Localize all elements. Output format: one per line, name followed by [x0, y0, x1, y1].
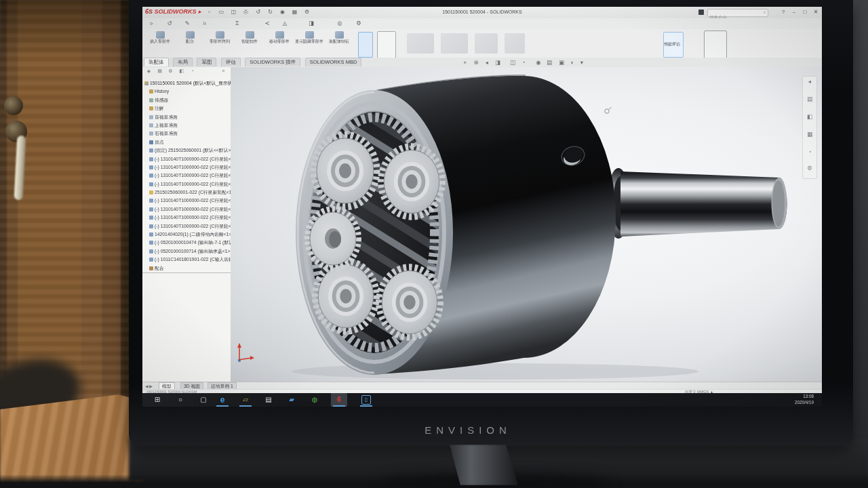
- documents-folder-button[interactable]: ▰: [283, 393, 300, 407]
- mass-properties-icon[interactable]: ◬: [279, 20, 291, 26]
- tree-item-component[interactable]: (-) 1310140T1000000-022 (C行星轮<4>): [142, 180, 231, 188]
- tree-item-root[interactable]: 1501150001 520004 (默认<默认_显示状态-1>): [142, 79, 231, 87]
- cad-app-button[interactable]: ▯: [358, 393, 374, 407]
- hide-show-items-icon[interactable]: ◔: [518, 59, 529, 66]
- design-library-icon[interactable]: ◧: [803, 113, 816, 120]
- tree-item-top-plane[interactable]: 上视基准面: [142, 121, 231, 129]
- appearances-pane-icon[interactable]: ◔: [803, 148, 816, 155]
- featuremanager-tab-icon[interactable]: ◈: [144, 68, 154, 74]
- equations-icon[interactable]: Σ: [231, 20, 243, 26]
- rebuild-icon[interactable]: ◉: [277, 9, 288, 15]
- measure-icon[interactable]: ≺: [261, 20, 273, 26]
- propertymanager-tab-icon[interactable]: ▤: [155, 68, 165, 74]
- tree-item-component[interactable]: (-) 1310140T1000000-022 (C行星轮<8>): [142, 222, 231, 230]
- file-explorer-button[interactable]: ▱: [237, 393, 254, 407]
- dimxpert-tab-icon[interactable]: ◧: [176, 68, 186, 74]
- tree-item-component[interactable]: (-) 1310140T1000000-022 (C行星轮<3>): [142, 171, 231, 180]
- section-view-icon[interactable]: ◨: [305, 20, 317, 26]
- search-icon[interactable]: ⌕: [764, 9, 766, 15]
- store-button[interactable]: ▤: [260, 393, 277, 407]
- tree-item-history[interactable]: History: [142, 87, 231, 96]
- output-shaft[interactable]: [607, 168, 787, 239]
- ribbon-tool-panel[interactable]: [377, 31, 396, 58]
- tree-item-bearing-cover[interactable]: (-) 05201000100714 (输出轴承盖<1>): [142, 247, 231, 256]
- smart-dimension-icon[interactable]: ⌗: [199, 20, 211, 27]
- select-icon[interactable]: ▹: [146, 20, 158, 26]
- ribbon-highlighted-tool[interactable]: [358, 32, 373, 58]
- tree-item-mates[interactable]: 配合: [142, 264, 231, 273]
- tree-item-subassembly[interactable]: 2515025060001-022 (C行星架装配<1>): [142, 188, 231, 197]
- solidworks-logo[interactable]: ϐS SOLIDWORKS ▸: [145, 8, 201, 15]
- tree-item-right-plane[interactable]: 右视基准面: [142, 129, 231, 138]
- zoom-area-icon[interactable]: ⊕: [471, 59, 481, 66]
- tree-item-input-gear[interactable]: (-) 1011C1401801901-022 (C输入齿轮<1>): [142, 256, 231, 264]
- display-manager-tab-icon[interactable]: ◔: [187, 68, 197, 73]
- tree-item-output-shaft[interactable]: (-) 05201000010474 (输出轴-7-1 (默认): [142, 239, 231, 247]
- redo-icon[interactable]: ↻: [264, 9, 276, 15]
- tree-item-component[interactable]: (-) 1310140T1000000-022 (C行星轮<2>): [142, 163, 231, 171]
- close-button[interactable]: ✕: [811, 9, 821, 15]
- section-view-icon[interactable]: ◨: [492, 59, 503, 66]
- sketch-icon[interactable]: ✎: [181, 20, 193, 26]
- apply-scene-icon[interactable]: ▤: [544, 59, 555, 66]
- task-view-button[interactable]: ▢: [195, 393, 212, 407]
- command-search-box[interactable]: ⌕: [707, 9, 768, 17]
- ribbon-button-smart-fasteners[interactable]: 智能扣件: [235, 30, 264, 56]
- previous-view-icon[interactable]: ◂: [481, 59, 492, 66]
- print-icon[interactable]: ⎙: [240, 9, 252, 16]
- ribbon-button-performance-evaluation[interactable]: 性能评估: [663, 32, 684, 58]
- save-icon[interactable]: ◫: [228, 9, 239, 15]
- tree-item-component[interactable]: (-) 1310140T1000000-022 (C行星轮<7>): [142, 214, 231, 222]
- minimize-button[interactable]: –: [789, 9, 799, 15]
- tree-item-ring-gear[interactable]: 14201404020(1) (二级传动内齿圈<1>): [142, 230, 231, 239]
- ribbon-button-pattern[interactable]: 零部件阵列: [205, 30, 235, 56]
- tree-item-component[interactable]: (-) 1310140T1000000-022 (C行星轮<6>): [142, 205, 231, 214]
- help-button[interactable]: ?: [778, 9, 788, 15]
- edge-button[interactable]: e: [214, 393, 231, 407]
- tree-item-front-plane[interactable]: 前视基准面: [142, 113, 231, 121]
- tab-sketch[interactable]: 草图: [197, 58, 216, 66]
- tab-layout[interactable]: 布局: [173, 58, 193, 66]
- collapse-pane-icon[interactable]: ◂: [803, 78, 816, 85]
- expand-pane-icon[interactable]: »: [218, 68, 229, 73]
- cortana-button[interactable]: ○: [172, 393, 189, 407]
- tree-item-origin[interactable]: 原点: [142, 138, 231, 146]
- restore-button[interactable]: □: [800, 9, 810, 15]
- options-icon[interactable]: ⚙: [301, 9, 313, 15]
- undo-icon[interactable]: ↺: [252, 9, 264, 15]
- tree-item-annotations[interactable]: 注解: [142, 104, 231, 113]
- undo-icon[interactable]: ↺: [163, 20, 176, 26]
- new-icon[interactable]: ▫: [203, 9, 215, 15]
- planetary-gearbox-model[interactable]: [231, 60, 822, 382]
- tab-assembly[interactable]: 装配体: [144, 58, 169, 66]
- login-icon[interactable]: [698, 9, 704, 15]
- taskbar-clock[interactable]: 13:08 2020/4/19: [768, 394, 814, 405]
- view-annotations-icon[interactable]: ▣: [556, 59, 567, 66]
- solidworks-resources-icon[interactable]: ▤: [803, 96, 816, 102]
- appearances-icon[interactable]: ◎: [334, 20, 346, 26]
- tree-item-component[interactable]: (-) 1310140T1000000-022 (C行星轮<5>): [142, 197, 231, 205]
- tab-scroll-arrows[interactable]: ◀ ▶: [145, 384, 153, 388]
- file-properties-icon[interactable]: ▦: [289, 9, 300, 15]
- ribbon-button-assembly-features[interactable]: 装配体特征: [324, 30, 354, 56]
- solidworks-taskbar-button[interactable]: ϐ: [331, 393, 347, 407]
- ribbon-button-move-component[interactable]: 移动零部件: [264, 30, 294, 56]
- tree-item-sensors[interactable]: 传感器: [142, 96, 231, 104]
- ribbon-button-insert-component[interactable]: 插入零部件: [145, 30, 175, 56]
- open-icon[interactable]: ▭: [216, 9, 227, 15]
- menu-flyout-arrow-icon[interactable]: ▸: [198, 8, 201, 15]
- display-style-icon[interactable]: ◫: [507, 59, 518, 66]
- configurations-tab-icon[interactable]: ⚙: [165, 68, 176, 74]
- ribbon-button-mate[interactable]: 配合: [175, 30, 205, 56]
- view-options-dropdown-icon[interactable]: ▾: [576, 59, 587, 66]
- start-button[interactable]: ⊞: [149, 393, 165, 407]
- green-app-button[interactable]: ◍: [307, 393, 323, 407]
- ribbon-task-panel[interactable]: [704, 30, 727, 59]
- tree-item-component[interactable]: (固定) 2515025060001 (默认<<默认>_显示状态 1>): [142, 146, 231, 155]
- ribbon-button-show-hidden[interactable]: 显示隐藏零部件: [294, 30, 324, 56]
- custom-properties-icon[interactable]: ⚙: [803, 165, 816, 171]
- edit-appearance-icon[interactable]: ◉: [533, 59, 544, 66]
- file-explorer-pane-icon[interactable]: ▦: [803, 131, 816, 138]
- settings-icon[interactable]: ⚙: [353, 20, 365, 26]
- zoom-fit-icon[interactable]: ⌖: [460, 59, 471, 66]
